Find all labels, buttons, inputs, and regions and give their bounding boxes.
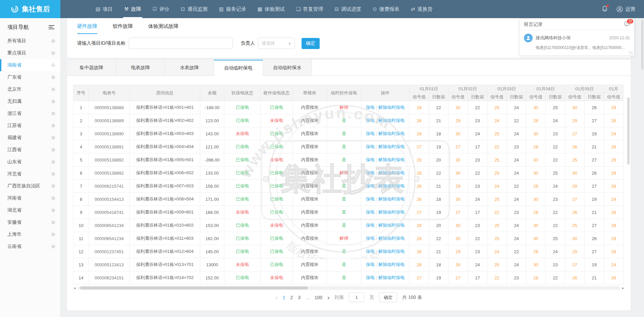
sidebar-item-河南省[interactable]: 河南省⊕ xyxy=(0,192,60,204)
pagination-page-100[interactable]: 100 xyxy=(315,295,322,300)
sidebar-item-上海市[interactable]: 上海市⊕ xyxy=(0,228,60,240)
action-release-temp-link[interactable]: 解除临时保电 xyxy=(378,157,405,162)
sidebar-item-湖南省[interactable]: 湖南省⊖ xyxy=(0,59,60,71)
expand-icon[interactable]: ⊕ xyxy=(51,86,55,92)
subtab-自动临时保水[interactable]: 自动临时保水 xyxy=(263,60,312,76)
nav-item-reply-manage[interactable]: ❑答复管理 xyxy=(290,0,329,18)
hscroll-thumb[interactable] xyxy=(80,286,308,289)
sidebar-item-江苏省[interactable]: 江苏省⊕ xyxy=(0,120,60,132)
action-power-on-link[interactable]: 保电 xyxy=(366,275,375,280)
app-logo[interactable]: 集社售后 xyxy=(0,0,60,18)
nav-item-score[interactable]: ☑评分 xyxy=(147,0,175,18)
tab-硬件故障[interactable]: 硬件故障 xyxy=(77,23,97,34)
action-power-on-link[interactable]: 保电 xyxy=(366,118,375,123)
sidebar-item-江西省[interactable]: 江西省⊕ xyxy=(0,144,60,156)
sidebar-item-浙江省[interactable]: 浙江省⊕ xyxy=(0,107,60,120)
nav-item-comm-monitor[interactable]: ⊡通讯监测 xyxy=(175,0,213,18)
sidebar-item-无归属[interactable]: 无归属⊕ xyxy=(0,95,60,107)
subtab-水表故障[interactable]: 水表故障 xyxy=(165,60,214,76)
notification-bell-icon[interactable] xyxy=(602,5,608,13)
nav-item-service-record[interactable]: ▥服务记录 xyxy=(213,0,252,18)
sidebar-item-福建省[interactable]: 福建省⊕ xyxy=(0,132,60,144)
action-power-on-link[interactable]: 保电 xyxy=(366,157,375,162)
expand-icon[interactable]: ⊕ xyxy=(51,98,55,104)
sidebar-item-安徽省[interactable]: 安徽省⊕ xyxy=(0,216,60,228)
action-release-temp-link[interactable]: 解除临时保电 xyxy=(378,183,405,188)
sidebar-item-河北省[interactable]: 河北省⊕ xyxy=(0,168,60,180)
tab-软件故障[interactable]: 软件故障 xyxy=(113,23,133,34)
expand-icon[interactable]: ⊕ xyxy=(51,74,55,80)
scroll-left-arrow[interactable]: ◄ xyxy=(73,286,76,290)
message-bubble-icon[interactable]: 10 xyxy=(624,21,630,28)
action-power-on-link[interactable]: 保电 xyxy=(366,105,375,110)
nav-item-returns[interactable]: ⇄退换货 xyxy=(405,0,438,18)
action-power-on-link[interactable]: 保电 xyxy=(366,144,375,149)
action-release-temp-link[interactable]: 解除临时保电 xyxy=(378,131,405,136)
pagination-page-2[interactable]: 2 xyxy=(290,295,293,300)
expand-icon[interactable]: ⊕ xyxy=(51,243,55,250)
expand-icon[interactable]: ⊕ xyxy=(51,135,55,141)
action-power-on-link[interactable]: 保电 xyxy=(366,210,375,215)
action-release-temp-link[interactable]: 解除临时保电 xyxy=(378,105,405,110)
action-release-temp-link[interactable]: 解除临时保电 xyxy=(378,144,405,149)
action-power-on-link[interactable]: 保电 xyxy=(366,223,375,228)
expand-icon[interactable]: ⊕ xyxy=(51,219,55,225)
scroll-right-arrow[interactable]: ► xyxy=(622,286,625,290)
expand-icon[interactable]: ⊕ xyxy=(51,38,55,44)
action-release-temp-link[interactable]: 解除临时保电 xyxy=(378,118,405,123)
expand-icon[interactable]: ⊕ xyxy=(51,147,55,153)
expand-icon[interactable]: ⊕ xyxy=(51,171,55,177)
nav-item-fault[interactable]: ⚒故障 xyxy=(118,0,147,18)
panel-resize-handle[interactable] xyxy=(629,51,633,54)
action-release-temp-link[interactable]: 解除临时保电 xyxy=(378,210,405,215)
expand-icon[interactable]: ⊕ xyxy=(51,159,55,165)
nav-item-payment-report[interactable]: ⊙缴费报表 xyxy=(367,0,405,18)
sidebar-item-北京市[interactable]: 北京市⊕ xyxy=(0,83,60,95)
expand-icon[interactable]: ⊕ xyxy=(51,207,55,213)
sidebar-item-广东省[interactable]: 广东省⊕ xyxy=(0,71,60,83)
action-release-temp-link[interactable]: 解除临时保电 xyxy=(378,249,405,254)
action-release-temp-link[interactable]: 解除临时保电 xyxy=(378,236,405,241)
project-search-input[interactable] xyxy=(129,38,233,49)
goto-page-input[interactable] xyxy=(349,292,364,302)
nav-item-project[interactable]: ▤项目 xyxy=(90,0,118,18)
action-power-on-link[interactable]: 保电 xyxy=(366,262,375,267)
vertical-scrollbar-thumb[interactable] xyxy=(627,97,630,165)
expand-icon[interactable]: ⊕ xyxy=(51,183,55,189)
expand-icon[interactable]: ⊕ xyxy=(51,110,55,117)
owner-select[interactable]: 请选择 ∨ xyxy=(258,38,295,49)
action-power-on-link[interactable]: 保电 xyxy=(366,249,375,254)
pagination-page-1[interactable]: 1 xyxy=(283,295,285,300)
action-release-temp-link[interactable]: 解除临时保电 xyxy=(378,170,405,175)
nav-item-debug-progress[interactable]: ⊟调试进度 xyxy=(329,0,367,18)
user-menu[interactable]: 运营 xyxy=(616,6,635,12)
action-release-temp-link[interactable]: 解除临时保电 xyxy=(378,275,405,280)
action-release-temp-link[interactable]: 解除临时保电 xyxy=(378,262,405,267)
expand-icon[interactable]: ⊕ xyxy=(51,50,55,56)
expand-icon[interactable]: ⊕ xyxy=(51,195,55,201)
action-power-on-link[interactable]: 保电 xyxy=(366,170,375,175)
subtab-自动临时保电[interactable]: 自动临时保电 xyxy=(214,60,263,76)
sidebar-item-山东省[interactable]: 山东省⊕ xyxy=(0,156,60,168)
action-power-on-link[interactable]: 保电 xyxy=(366,131,375,136)
sidebar-item-广西壮族自治区[interactable]: 广西壮族自治区⊕ xyxy=(0,180,60,192)
subtab-集中器故障[interactable]: 集中器故障 xyxy=(67,60,116,76)
sidebar-item-重点项目[interactable]: 重点项目⊕ xyxy=(0,47,60,59)
filter-confirm-button[interactable]: 确定 xyxy=(302,38,320,49)
expand-icon[interactable]: ⊕ xyxy=(51,231,55,237)
action-release-temp-link[interactable]: 解除临时保电 xyxy=(378,196,405,201)
page-scrollbar-thumb[interactable] xyxy=(641,19,643,70)
collapse-icon[interactable]: ⊖ xyxy=(51,62,55,68)
pagination-next[interactable]: › xyxy=(327,295,329,300)
nav-item-experience-test[interactable]: ▦体验测试 xyxy=(252,0,290,18)
tab-体验测试故障[interactable]: 体验测试故障 xyxy=(148,23,178,34)
expand-icon[interactable]: ⊕ xyxy=(51,123,55,129)
hscroll-track[interactable] xyxy=(78,286,620,290)
collapse-menu-icon[interactable] xyxy=(49,24,54,30)
sidebar-item-所有项目[interactable]: 所有项目⊕ xyxy=(0,35,60,47)
message-item[interactable]: 捷讯网络科技小张 2020-12-31 电表[511793000110]抄读异常… xyxy=(520,30,634,55)
goto-confirm-button[interactable]: 确定 xyxy=(379,292,397,302)
action-release-temp-link[interactable]: 解除临时保电 xyxy=(378,223,405,228)
sidebar-item-云南省[interactable]: 云南省⊕ xyxy=(0,240,60,253)
pagination-page-3[interactable]: 3 xyxy=(298,295,301,300)
